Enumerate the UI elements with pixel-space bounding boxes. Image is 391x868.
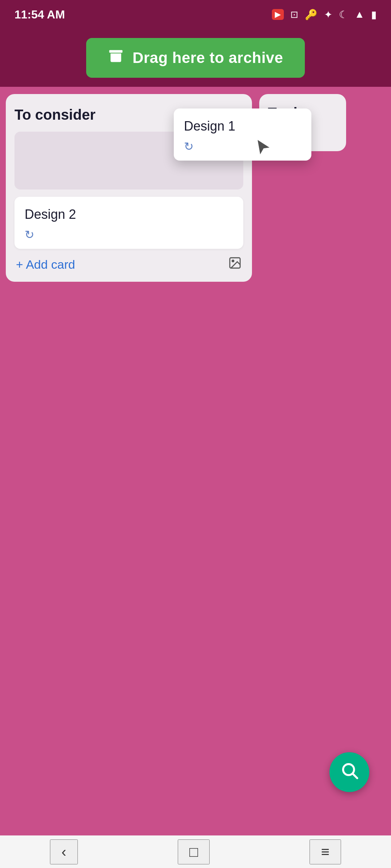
key-icon: 🔑 bbox=[305, 9, 318, 21]
bluetooth-icon: ✦ bbox=[324, 9, 332, 21]
svg-point-2 bbox=[232, 260, 234, 262]
card-design-2[interactable]: Design 2 ↻ bbox=[14, 197, 243, 249]
archive-button-icon bbox=[108, 48, 124, 68]
add-card-button[interactable]: + Add card bbox=[16, 258, 75, 272]
column-title-to-consider: To consider bbox=[14, 107, 96, 123]
status-icons: ▶ ⊡ 🔑 ✦ ☾ ▲ ▮ bbox=[272, 9, 377, 21]
home-button[interactable]: □ bbox=[178, 839, 210, 864]
battery-icon: ▮ bbox=[371, 9, 377, 21]
repeat-icon-design-2: ↻ bbox=[25, 228, 233, 242]
menu-button[interactable]: ≡ bbox=[310, 839, 341, 864]
wifi-icon: ▲ bbox=[354, 9, 365, 20]
status-time: 11:54 AM bbox=[14, 8, 65, 21]
video-record-icon: ▶ bbox=[272, 9, 284, 20]
card-title-design-2: Design 2 bbox=[25, 207, 233, 222]
svg-line-4 bbox=[353, 774, 357, 778]
back-button[interactable]: ‹ bbox=[50, 839, 78, 864]
repeat-icon-design-1: ↻ bbox=[184, 140, 301, 153]
archive-button[interactable]: Drag here to archive bbox=[86, 38, 305, 78]
search-fab[interactable] bbox=[329, 752, 369, 792]
board-area: To consider ⋮ Design 2 ↻ + Add card Desi… bbox=[0, 87, 391, 835]
drag-cursor bbox=[253, 137, 274, 158]
svg-rect-0 bbox=[109, 50, 123, 53]
add-card-row: + Add card bbox=[14, 256, 243, 273]
screen-record-icon: ⊡ bbox=[290, 9, 298, 20]
moon-icon: ☾ bbox=[339, 9, 348, 21]
nav-bar: ‹ □ ≡ bbox=[0, 835, 391, 868]
add-image-button[interactable] bbox=[228, 256, 242, 273]
archive-button-label: Drag here to archive bbox=[133, 49, 283, 67]
status-bar: 11:54 AM ▶ ⊡ 🔑 ✦ ☾ ▲ ▮ bbox=[0, 0, 391, 29]
archive-banner[interactable]: Drag here to archive bbox=[0, 29, 391, 87]
card-title-design-1: Design 1 bbox=[184, 119, 301, 134]
card-design-1-dragging[interactable]: Design 1 ↻ bbox=[174, 109, 311, 161]
search-fab-icon bbox=[340, 761, 359, 784]
